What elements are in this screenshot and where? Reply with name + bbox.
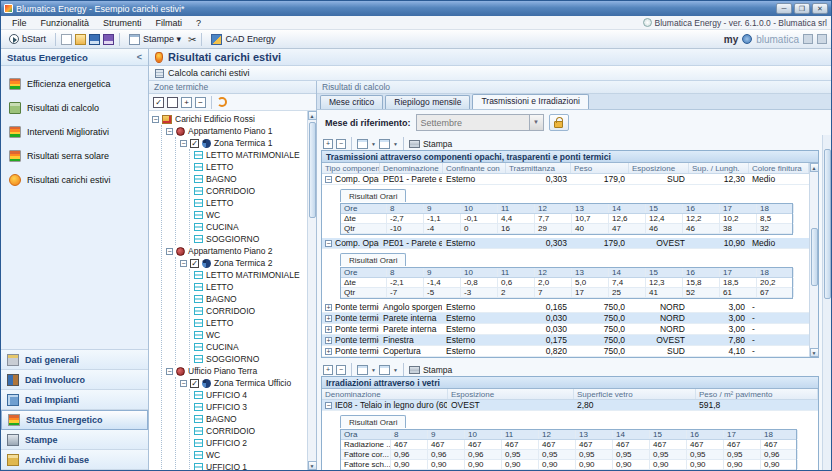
- nav-item-dati-generali[interactable]: Dati generali: [1, 350, 148, 370]
- cad-energy-button[interactable]: CAD Energy: [207, 33, 279, 46]
- results-scroll-thumb[interactable]: [824, 149, 831, 299]
- tree-node-appartamento-piano-2[interactable]: −Appartamento Piano 2: [166, 245, 307, 257]
- expand-all-icon[interactable]: +: [181, 97, 192, 108]
- hourly-results-tab[interactable]: Risultati Orari: [340, 415, 406, 428]
- expand-rows-icon[interactable]: +: [323, 139, 333, 149]
- stampa-button-1[interactable]: Stampa: [423, 139, 452, 149]
- table1-scroll-down-icon[interactable]: ▼: [810, 348, 819, 357]
- bstart-button[interactable]: bStart: [5, 33, 50, 45]
- export-grid-icon[interactable]: [379, 139, 390, 149]
- nav-item-dati-involucro[interactable]: Dati Involucro: [1, 370, 148, 390]
- collapse-node-icon[interactable]: −: [152, 116, 159, 123]
- column-header-denominazione[interactable]: Denominazione: [322, 389, 448, 399]
- collapse-node-icon[interactable]: −: [180, 380, 187, 387]
- table1-scroll-up-icon[interactable]: ▲: [810, 163, 819, 172]
- hourly-results-tab[interactable]: Risultati Orari: [340, 253, 406, 266]
- tree-node-ufficio-piano-terra[interactable]: −Ufficio Piano Terra: [166, 365, 307, 377]
- tree-node-room[interactable]: LETTO: [194, 197, 307, 209]
- tree-node-room[interactable]: BAGNO: [194, 413, 307, 425]
- nav-item-status-energetico[interactable]: Status Energetico: [1, 410, 148, 430]
- expand-row-icon[interactable]: +: [325, 304, 332, 311]
- column-header-trasmittanza[interactable]: Trasmittanza: [506, 163, 571, 173]
- expand-rows-icon[interactable]: +: [323, 365, 333, 375]
- expand-row-icon[interactable]: +: [325, 315, 332, 322]
- month-select[interactable]: Settembre ▼: [416, 114, 544, 131]
- scroll-up-icon[interactable]: ▲: [308, 111, 317, 120]
- collapse-row-icon[interactable]: −: [325, 240, 332, 247]
- tree-node-room[interactable]: CORRIDOIO: [194, 425, 307, 437]
- table1-scrollbar[interactable]: ▲ ▼: [809, 163, 818, 357]
- minimize-button[interactable]: ─: [776, 3, 792, 14]
- tree-node-room[interactable]: CORRIDOIO: [194, 305, 307, 317]
- calcola-button[interactable]: Calcola carichi estivi: [168, 68, 250, 78]
- tab-riepilogo-mensile[interactable]: Riepilogo mensile: [385, 95, 470, 109]
- tree-node-appartamento-piano-1[interactable]: −Appartamento Piano 1: [166, 125, 307, 137]
- open-folder-icon[interactable]: [75, 34, 86, 45]
- tree-node-room[interactable]: WC: [194, 329, 307, 341]
- tree-scroll-thumb[interactable]: [309, 122, 316, 218]
- save-icon[interactable]: [89, 34, 100, 45]
- menu-item-strumenti[interactable]: Strumenti: [96, 18, 149, 28]
- collapse-node-icon[interactable]: −: [180, 260, 187, 267]
- refresh-icon[interactable]: [217, 97, 227, 107]
- maximize-button[interactable]: ❐: [794, 3, 810, 14]
- tree-node-room[interactable]: LETTO MATRIMONIALE: [194, 149, 307, 161]
- uncheck-all-icon[interactable]: [167, 97, 178, 108]
- column-header-sup-lungh[interactable]: Sup. / Lungh.: [689, 163, 749, 173]
- check-all-icon[interactable]: ✓: [153, 97, 164, 108]
- collapse-sidebar-icon[interactable]: <: [137, 52, 142, 62]
- sidebar-item-risultati-di-calcolo[interactable]: Risultati di calcolo: [1, 96, 148, 120]
- tree-node-room[interactable]: CORRIDOIO: [194, 185, 307, 197]
- tree-node-room[interactable]: LETTO: [194, 161, 307, 173]
- tree-node-root[interactable]: −Carichi Edificio Rossi: [152, 113, 307, 125]
- menu-item-funzionalita[interactable]: Funzionalità: [34, 18, 97, 28]
- tree-node-zona-termica-1[interactable]: −✓Zona Termica 1: [180, 137, 307, 149]
- expand-row-icon[interactable]: +: [325, 326, 332, 333]
- tree-node-zona-termica-2[interactable]: −✓Zona Termica 2: [180, 257, 307, 269]
- sidebar-item-interventi-migliorativi[interactable]: Interventi Migliorativi: [1, 120, 148, 144]
- export-grid-icon[interactable]: [379, 365, 390, 375]
- sidebar-item-efficienza-energetica[interactable]: Efficienza energetica: [1, 72, 148, 96]
- column-header-superficie-vetro[interactable]: Superficie vetro: [574, 389, 696, 399]
- menu-item-filmati[interactable]: Filmati: [149, 18, 190, 28]
- component-row[interactable]: +Ponte termicoCoperturaEsterno0,820750,0…: [322, 346, 809, 357]
- lock-button[interactable]: [549, 114, 569, 131]
- tree-node-room[interactable]: LETTO: [194, 281, 307, 293]
- collapse-rows-icon[interactable]: −: [336, 139, 346, 149]
- nav-item-dati-impianti[interactable]: Dati Impianti: [1, 390, 148, 410]
- tree-node-room[interactable]: UFFICIO 2: [194, 437, 307, 449]
- tree-node-room[interactable]: LETTO MATRIMONIALE: [194, 269, 307, 281]
- sidebar-item-risultati-serra-solare[interactable]: Risultati serra solare: [1, 144, 148, 168]
- zone-checkbox[interactable]: ✓: [190, 379, 199, 388]
- expand-row-icon[interactable]: +: [325, 348, 332, 355]
- profile-icon[interactable]: [803, 34, 813, 44]
- tools-icon[interactable]: ✂: [188, 34, 196, 45]
- zone-checkbox[interactable]: ✓: [190, 259, 199, 268]
- column-header-tipo-componente[interactable]: Tipo componente: [322, 163, 380, 173]
- tree-node-room[interactable]: WC: [194, 209, 307, 221]
- tree-node-room[interactable]: CUCINA: [194, 341, 307, 353]
- tree-node-room[interactable]: BAGNO: [194, 293, 307, 305]
- menu-item-item[interactable]: ?: [189, 18, 208, 28]
- tree-node-room[interactable]: WC: [194, 449, 307, 461]
- scroll-down-icon[interactable]: ▼: [308, 461, 317, 470]
- hourly-results-tab[interactable]: Risultati Orari: [340, 189, 406, 202]
- column-header-colore-finitura[interactable]: Colore finitura: [749, 163, 809, 173]
- tree-node-room[interactable]: UFFICIO 1: [194, 461, 307, 470]
- column-header-denominazione[interactable]: Denominazione: [380, 163, 443, 173]
- column-header-confinante-con[interactable]: Confinante con: [443, 163, 506, 173]
- stampe-button[interactable]: Stampe ▾: [125, 33, 185, 46]
- results-scrollbar[interactable]: [822, 135, 831, 470]
- collapse-node-icon[interactable]: −: [166, 128, 173, 135]
- tab-trasmissioni-e-irradiazioni[interactable]: Trasmissioni e Irradiazioni: [472, 94, 588, 109]
- collapse-all-icon[interactable]: −: [195, 97, 206, 108]
- collapse-node-icon[interactable]: −: [180, 140, 187, 147]
- notes-icon[interactable]: [817, 34, 827, 44]
- menu-item-file[interactable]: File: [5, 18, 34, 28]
- zone-checkbox[interactable]: ✓: [190, 139, 199, 148]
- tree-node-zona-termica-ufficio[interactable]: −✓Zona Termica Ufficio: [180, 377, 307, 389]
- tree-node-room[interactable]: SOGGIORNO: [194, 233, 307, 245]
- tree-node-room[interactable]: SOGGIORNO: [194, 353, 307, 365]
- column-header-esposizione[interactable]: Esposizione: [629, 163, 689, 173]
- tree-node-room[interactable]: UFFICIO 3: [194, 401, 307, 413]
